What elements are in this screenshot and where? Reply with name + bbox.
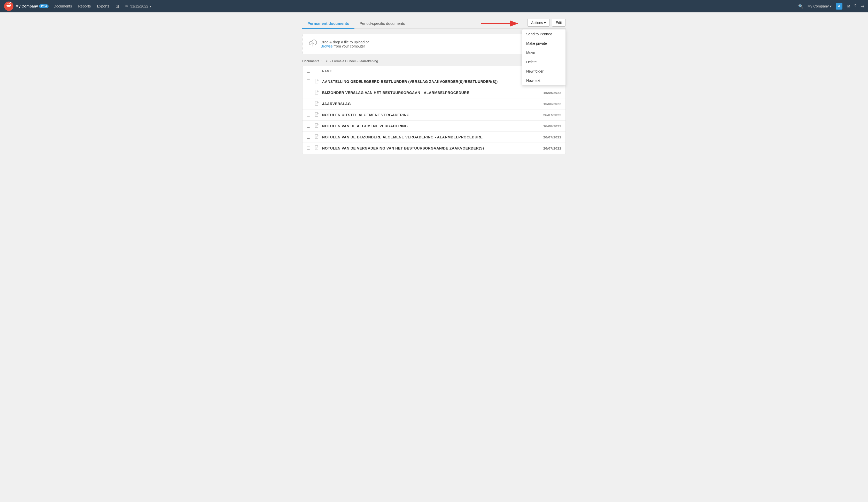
file-icon-3 bbox=[315, 112, 322, 118]
row-select-4[interactable] bbox=[307, 124, 310, 127]
row-checkbox-6[interactable] bbox=[307, 146, 315, 150]
table-row[interactable]: Notulen van de algemene vergadering 16/0… bbox=[302, 121, 566, 132]
row-name-5: Notulen van de bijzondere algemene verga… bbox=[322, 135, 536, 139]
browse-link[interactable]: Browse bbox=[321, 44, 333, 48]
eye-icon: 👁 bbox=[125, 4, 129, 8]
row-select-2[interactable] bbox=[307, 102, 310, 105]
tabs: Permanent documents Period-specific docu… bbox=[302, 19, 527, 28]
top-navigation: My Company 1234 Documents Reports Export… bbox=[0, 0, 868, 12]
actions-dropdown: Send to Penneo Make private Move Delete … bbox=[522, 29, 566, 85]
breadcrumb-root[interactable]: Documents bbox=[302, 59, 319, 63]
row-name-3: Notulen uitstel algemene vergadering bbox=[322, 113, 536, 117]
actions-label: Actions bbox=[531, 21, 543, 25]
company-right-label: My Company bbox=[807, 4, 829, 8]
breadcrumb-separator-icon: › bbox=[321, 59, 322, 63]
table-row[interactable]: Notulen uitstel algemene vergadering 26/… bbox=[302, 109, 566, 121]
row-name-0: Aanstelling gedelegeerd bestuurder (vers… bbox=[322, 80, 536, 84]
tab-permanent[interactable]: Permanent documents bbox=[302, 19, 354, 29]
mail-icon[interactable]: ✉ bbox=[847, 4, 850, 9]
search-icon[interactable]: 🔍 bbox=[798, 4, 803, 9]
row-name-4: Notulen van de algemene vergadering bbox=[322, 124, 536, 128]
row-select-3[interactable] bbox=[307, 113, 310, 116]
company-name[interactable]: My Company bbox=[16, 4, 38, 8]
row-date-1: 15/06/2022 bbox=[536, 91, 561, 95]
row-date-3: 26/07/2022 bbox=[536, 113, 561, 117]
date-value: 31/12/2022 bbox=[130, 4, 148, 8]
row-name-2: Jaarverslag bbox=[322, 102, 536, 106]
date-chevron-icon[interactable] bbox=[150, 4, 152, 8]
dropdown-item-delete[interactable]: Delete bbox=[522, 57, 566, 67]
header-checkbox-col bbox=[307, 69, 315, 73]
upload-cloud-icon bbox=[309, 40, 317, 49]
breadcrumb-current: BE - Formele Bundel - Jaarrekening bbox=[324, 59, 378, 63]
dropdown-item-send-to-penneo[interactable]: Send to Penneo bbox=[522, 30, 566, 39]
monitor-icon[interactable]: ⊡ bbox=[115, 4, 119, 9]
table-row[interactable]: Jaarverslag 15/06/2022 bbox=[302, 98, 566, 109]
table-row[interactable]: Notulen van de vergadering van het bestu… bbox=[302, 143, 566, 154]
topnav-right: 🔍 My Company ▾ A ✉ ? ⇥ bbox=[798, 3, 864, 10]
row-name-1: Bijzonder verslag van het bestuursorgaan… bbox=[322, 91, 536, 95]
row-date-2: 15/06/2022 bbox=[536, 102, 561, 106]
nav-link-documents[interactable]: Documents bbox=[54, 4, 72, 8]
from-text: from your computer bbox=[334, 44, 365, 48]
actions-button[interactable]: Actions ▾ bbox=[527, 19, 550, 27]
row-date-6: 26/07/2022 bbox=[536, 146, 561, 150]
nav-link-exports[interactable]: Exports bbox=[97, 4, 109, 8]
row-date-5: 26/07/2022 bbox=[536, 135, 561, 139]
col-name-header: NAME bbox=[322, 70, 536, 73]
date-filter[interactable]: 👁 31/12/2022 bbox=[125, 4, 152, 8]
company-badge: 1234 bbox=[39, 4, 48, 8]
row-select-0[interactable] bbox=[307, 80, 310, 83]
nav-link-reports[interactable]: Reports bbox=[78, 4, 91, 8]
svg-rect-2 bbox=[7, 5, 11, 6]
row-select-6[interactable] bbox=[307, 146, 310, 150]
upload-text: Drag & drop a file to upload or Browse f… bbox=[321, 40, 369, 48]
dropdown-item-move[interactable]: Move bbox=[522, 48, 566, 57]
actions-chevron-icon: ▾ bbox=[544, 21, 546, 25]
help-icon[interactable]: ? bbox=[854, 4, 856, 9]
row-name-6: Notulen van de vergadering van het bestu… bbox=[322, 146, 536, 150]
row-checkbox-5[interactable] bbox=[307, 135, 315, 139]
file-icon-5 bbox=[315, 134, 322, 140]
company-selector[interactable]: My Company ▾ bbox=[807, 4, 831, 8]
table-body: Aanstelling gedelegeerd bestuurder (vers… bbox=[302, 76, 566, 154]
dropdown-item-new-folder[interactable]: New folder bbox=[522, 67, 566, 76]
file-icon-4 bbox=[315, 123, 322, 129]
company-chevron-icon: ▾ bbox=[830, 4, 831, 8]
dropdown-item-make-private[interactable]: Make private bbox=[522, 39, 566, 48]
select-all-checkbox[interactable] bbox=[307, 69, 310, 73]
tab-period[interactable]: Period-specific documents bbox=[354, 19, 410, 29]
row-checkbox-3[interactable] bbox=[307, 113, 315, 117]
table-row[interactable]: Notulen van de bijzondere algemene verga… bbox=[302, 132, 566, 143]
row-checkbox-1[interactable] bbox=[307, 91, 315, 95]
edit-button[interactable]: Edit bbox=[552, 19, 566, 27]
row-select-5[interactable] bbox=[307, 135, 310, 139]
row-date-4: 16/08/2022 bbox=[536, 124, 561, 128]
drag-text: Drag & drop a file to upload or bbox=[321, 40, 369, 44]
logout-icon[interactable]: ⇥ bbox=[860, 4, 864, 9]
file-icon-6 bbox=[315, 145, 322, 151]
row-select-1[interactable] bbox=[307, 91, 310, 94]
file-icon-1 bbox=[315, 90, 322, 96]
tabs-container: Permanent documents Period-specific docu… bbox=[302, 19, 566, 29]
main-content: Permanent documents Period-specific docu… bbox=[292, 12, 576, 160]
row-checkbox-0[interactable] bbox=[307, 80, 315, 84]
logo[interactable] bbox=[4, 1, 13, 11]
svg-point-3 bbox=[10, 2, 11, 3]
table-row[interactable]: Bijzonder verslag van het bestuursorgaan… bbox=[302, 87, 566, 98]
row-checkbox-2[interactable] bbox=[307, 102, 315, 106]
avatar[interactable]: A bbox=[836, 3, 843, 10]
file-icon-0 bbox=[315, 79, 322, 84]
file-icon-2 bbox=[315, 101, 322, 107]
dropdown-item-new-text[interactable]: New text bbox=[522, 76, 566, 85]
nav-links: Documents Reports Exports ⊡ 👁 31/12/2022 bbox=[54, 4, 798, 9]
row-checkbox-4[interactable] bbox=[307, 124, 315, 128]
